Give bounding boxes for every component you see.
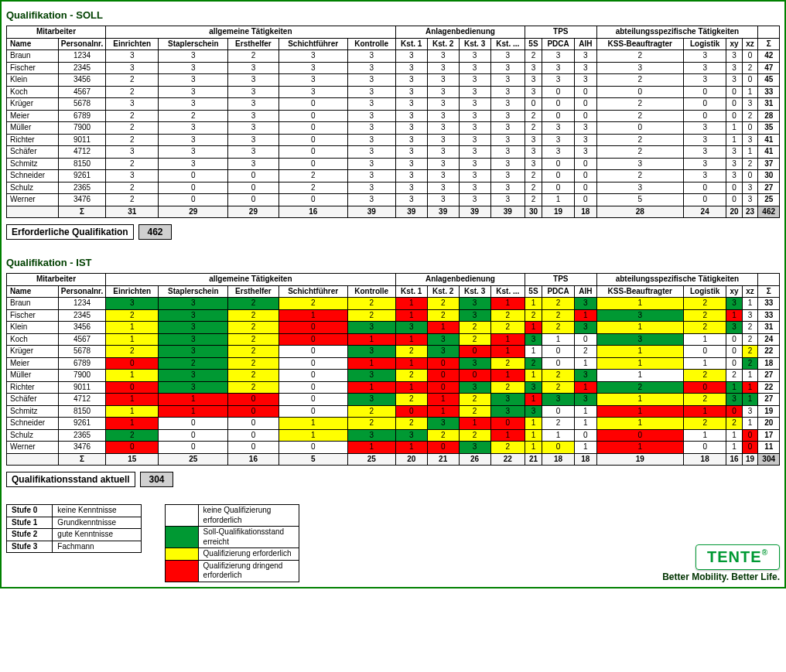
cell-value: 3 (742, 309, 758, 322)
cell-value: 3 (459, 98, 490, 111)
cell-value: 3 (490, 182, 525, 194)
cell-value: 1 (525, 442, 542, 454)
cell-value: 3 (427, 86, 459, 98)
cell-value: 1 (684, 333, 726, 346)
cell-value: 1 (575, 405, 596, 418)
cell-value: 2 (490, 357, 525, 370)
cell-value: 2 (228, 50, 279, 63)
cell-value: 3 (279, 62, 347, 74)
cell-value: 3 (459, 50, 490, 63)
cell-pnr: 5678 (59, 346, 106, 358)
cell-value: 3 (490, 62, 525, 74)
cell-value: 0 (742, 74, 758, 87)
cell-pnr: 3476 (59, 442, 106, 454)
cell-value: 1 (575, 418, 596, 430)
cell-value: 3 (459, 170, 490, 182)
cell-value: 3 (395, 98, 427, 111)
cell-value: 0 (279, 194, 347, 206)
cell-value: 2 (542, 418, 574, 430)
cell-value: 1 (742, 381, 758, 394)
cell-value: 2 (596, 50, 684, 63)
table-row: Klein3456233333333333233045 (7, 74, 780, 87)
cell-rowsum: 35 (758, 122, 780, 135)
cell-value: 3 (395, 322, 427, 334)
cell-value: 3 (490, 86, 525, 98)
cell-value: 3 (596, 309, 684, 322)
cell-value: 3 (575, 322, 596, 334)
cell-value: 0 (427, 357, 459, 370)
col-header: PDCA (542, 38, 574, 50)
cell-value: 2 (106, 86, 159, 98)
cell-value: 2 (228, 381, 279, 394)
cell-value: 1 (106, 322, 159, 334)
cell-colsum: 26 (459, 453, 490, 466)
cell-value: 1 (596, 405, 684, 418)
cell-value: 3 (490, 158, 525, 170)
cell-value: 1 (575, 309, 596, 322)
cell-value: 3 (490, 50, 525, 63)
cell-value: 3 (684, 74, 726, 87)
cell-value: 1 (742, 370, 758, 382)
cell-value: 3 (525, 134, 542, 146)
cell-value: 3 (490, 405, 525, 418)
cell-value: 1 (106, 418, 159, 430)
cell-value: 2 (459, 429, 490, 442)
cell-value: 2 (106, 122, 159, 135)
cell-value: 1 (427, 394, 459, 406)
cell-value: 0 (228, 170, 279, 182)
cell-value: 3 (726, 50, 743, 63)
cell-value: 3 (395, 134, 427, 146)
cell-value: 3 (459, 309, 490, 322)
cell-value: 0 (542, 86, 574, 98)
table-row: Werner3476200033333210500325 (7, 194, 780, 206)
cell-value: 1 (159, 405, 228, 418)
cell-value: 3 (427, 194, 459, 206)
cell-name: Meier (7, 357, 59, 370)
cell-value: 0 (575, 158, 596, 170)
legend-swatch (165, 527, 198, 548)
cell-value: 0 (228, 182, 279, 194)
cell-value: 2 (542, 370, 574, 382)
cell-value: 0 (542, 158, 574, 170)
cell-value: 2 (427, 298, 459, 310)
cell-value: 2 (159, 357, 228, 370)
cell-name: Schulz (7, 182, 59, 194)
table-row: Braun1234332221231123123133 (7, 298, 780, 310)
cell-value: 0 (596, 86, 684, 98)
cell-value: 0 (726, 86, 743, 98)
cell-value: 3 (542, 62, 574, 74)
cell-value: 3 (525, 381, 542, 394)
legend-swatch (165, 548, 198, 561)
cell-value: 2 (459, 405, 490, 418)
cell-value: 1 (525, 370, 542, 382)
cell-colsum: 18 (684, 453, 726, 466)
cell-value: 1 (490, 346, 525, 358)
cell-value: 3 (347, 50, 395, 63)
cell-value: 2 (525, 194, 542, 206)
cell-value: 1 (395, 309, 427, 322)
cell-pnr: 3456 (59, 74, 106, 87)
cell-colsum: 16 (228, 453, 279, 466)
cell-value: 3 (159, 122, 228, 135)
cell-value: 0 (228, 442, 279, 454)
legend-color-row: Qualifizierung erforderlich (165, 548, 299, 561)
cell-value: 2 (596, 170, 684, 182)
cell-value: 0 (279, 134, 347, 146)
col-header: Kst. 2 (427, 38, 459, 50)
cell-value: 3 (726, 74, 743, 87)
cell-pnr: 2365 (59, 429, 106, 442)
cell-value: 3 (159, 62, 228, 74)
cell-value: 0 (279, 122, 347, 135)
cell-pnr: 8150 (59, 405, 106, 418)
cell-value: 1 (684, 429, 726, 442)
col-header: Kontrolle (347, 38, 395, 50)
cell-pnr: 9011 (59, 134, 106, 146)
cell-value: 3 (106, 298, 159, 310)
col-header: Einrichten (106, 38, 159, 50)
cell-value: 3 (347, 74, 395, 87)
cell-value: 0 (542, 357, 574, 370)
cell-name: Braun (7, 50, 59, 63)
cell-value: 2 (742, 158, 758, 170)
cell-value: 3 (395, 429, 427, 442)
cell-grandtotal: 304 (758, 453, 780, 466)
